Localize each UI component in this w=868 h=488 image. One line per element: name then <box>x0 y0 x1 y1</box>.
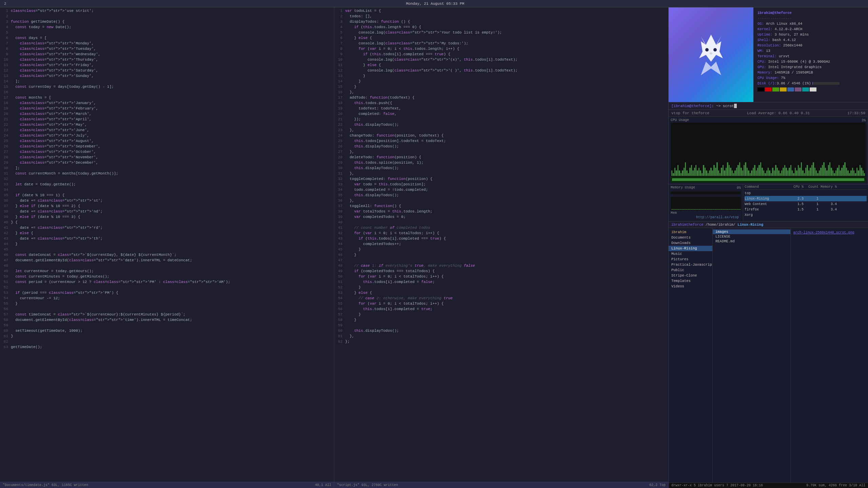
cpu-bar-item <box>709 170 710 176</box>
code-line: 4 const today = new Date(); <box>0 24 334 30</box>
mem-bar-item <box>676 209 677 210</box>
cpu-bar-item <box>839 165 840 176</box>
cpu-bar-item <box>762 168 763 176</box>
fm-file-row[interactable]: README.md <box>713 239 790 244</box>
code-line: 22 class=class="str">"str">'May', <box>0 122 334 127</box>
cpu-bar-item <box>691 165 692 176</box>
color-block <box>787 87 794 92</box>
mem-proc-panel: Memory Usage 0% Mem http://parall.ax/vto… <box>669 184 868 222</box>
editor1-statusbar: "Documents/timedate.js" 63L, 1165C writt… <box>0 482 334 488</box>
mem-bar-item <box>675 209 676 210</box>
fm-sidebar-item[interactable]: Videos <box>669 284 712 289</box>
color-block <box>780 87 787 92</box>
code-line: 39 var completedTodos = 0; <box>334 214 668 220</box>
mem-bar-item <box>717 209 718 210</box>
neofetch-memory: 1465MiB / 15950MiB <box>774 70 813 75</box>
color-block <box>772 87 779 92</box>
code-line: 56 <box>0 306 334 312</box>
cpu-bar-item <box>789 168 790 176</box>
fm-sidebar-item[interactable]: ibrahim <box>669 229 712 235</box>
cpu-graph <box>671 123 866 177</box>
fm-sidebar-item[interactable]: Public <box>669 267 712 273</box>
fm-sidebar-item[interactable]: Templates <box>669 278 712 284</box>
code-line: 25 this.todos[position].todoText = todoT… <box>334 138 668 144</box>
fm-sidebar-item[interactable]: Documents <box>669 235 712 240</box>
prompt-user: [ibrahim@theforce] <box>671 104 712 108</box>
fm-col-preview: arch-linux-2560x1440_scrot.png <box>791 228 868 483</box>
code-line: 14 } <box>334 79 668 84</box>
fm-sidebar-item[interactable]: Stripe-Clone <box>669 273 712 278</box>
cpu-bar-item <box>860 165 861 176</box>
cpu-bar-item <box>774 170 775 176</box>
cpu-bar-item <box>679 170 680 176</box>
code-line: 60 setTimeout(getTimeDate, 1000); <box>0 328 334 333</box>
cpu-bar-item <box>861 168 862 176</box>
neofetch-wm: i3 <box>766 49 770 53</box>
color-block <box>757 87 764 92</box>
cpu-bar-item <box>754 165 755 176</box>
mem-bar-item <box>704 209 705 210</box>
cpu-bar-item <box>802 170 803 176</box>
cpu-bar-item <box>837 168 838 176</box>
fm-sidebar-item[interactable]: Linux-Rising <box>669 246 712 251</box>
proc-col-cpu: CPU % <box>787 185 804 189</box>
code-line: 24 changeTodo: function(position, todoTe… <box>334 133 668 138</box>
code-line: 14 ]; <box>0 79 334 84</box>
code-line: 19 class=class="str">"str">'February', <box>0 106 334 111</box>
cpu-bar-item <box>673 173 674 176</box>
mem-percent: 0% <box>737 186 741 190</box>
code-line: 50 for (var i = 0; i < totalTodos; i++) … <box>334 274 668 279</box>
mem-bar-item <box>722 209 723 210</box>
mem-bar-item <box>674 209 675 210</box>
color-block <box>802 87 809 92</box>
code-line: 36 date += class=class="str">"str">'st'; <box>0 198 334 203</box>
cpu-bar-item <box>682 170 683 176</box>
cpu-bar-item <box>849 173 850 176</box>
cpu-bar-item <box>793 173 794 176</box>
cpu-bar-item <box>769 170 770 176</box>
fm-file-row[interactable]: LICENSE <box>713 234 790 239</box>
code-line: 62}; <box>334 339 668 344</box>
fm-file-row[interactable]: images <box>713 229 790 234</box>
cpu-bar-item <box>716 162 717 176</box>
fm-sidebar-item[interactable]: Pictures <box>669 257 712 262</box>
code-line: 12 class=class="str">"str">'Saturday', <box>0 68 334 73</box>
code-line: 51 this.todos[i].completed = false; <box>334 279 668 285</box>
code-line: 5 <box>0 30 334 35</box>
terminal-prompt-line: [ibrahim@theforce] : ~> scrot <box>669 102 868 110</box>
cpu-bar-item <box>804 173 805 176</box>
editor2-filename: "script.js" 93L, 2760C written <box>337 483 398 487</box>
cpu-bar-item <box>739 162 740 176</box>
cpu-bar-item <box>768 168 769 176</box>
cpu-bar-item <box>775 165 776 176</box>
neofetch-resolution: 868x488 <box>783 43 803 47</box>
cpu-bar-item <box>763 170 764 176</box>
editor1-filename: "Documents/timedate.js" 63L, 1165C writt… <box>3 483 88 487</box>
code-line: 50 const currentMinutes = today.getMinut… <box>0 274 334 279</box>
cpu-bar-item <box>846 168 847 176</box>
vtop-body: CPU Usage 3% <box>669 117 868 184</box>
cpu-bar-item <box>795 168 796 176</box>
wolf-icon <box>687 28 735 82</box>
fm-main: imagesLICENSEREADME.md arch-linux-2560x1… <box>713 228 868 483</box>
code-line: 35 this.displayTodos(); <box>334 192 668 198</box>
fm-sidebar-item[interactable]: Practical-Javascript <box>669 262 712 267</box>
cpu-bar-item <box>831 168 832 176</box>
vtop-title: vtop for theforce <box>671 111 709 115</box>
vtop-footer <box>671 177 866 183</box>
mem-bar-item <box>726 209 727 210</box>
fm-sidebar-item[interactable]: Music <box>669 251 712 257</box>
vtop-cpu-section: CPU Usage 3% <box>669 117 868 184</box>
cursor <box>734 104 737 108</box>
fm-sidebar-item[interactable]: Downloads <box>669 240 712 246</box>
cpu-bar-item <box>751 170 752 176</box>
code-line: 17 addTodo: function(todoText) { <box>334 95 668 100</box>
memory-panel: Memory Usage 0% Mem http://parall.ax/vto… <box>669 184 743 221</box>
cpu-bar-item <box>757 168 758 176</box>
mem-bar-item <box>671 209 672 210</box>
cpu-bar-item <box>736 168 737 176</box>
mem-bar-item <box>728 209 729 210</box>
mem-bar-item <box>730 209 731 210</box>
cpu-bar-item <box>702 173 703 176</box>
mem-bar-item <box>710 209 711 210</box>
